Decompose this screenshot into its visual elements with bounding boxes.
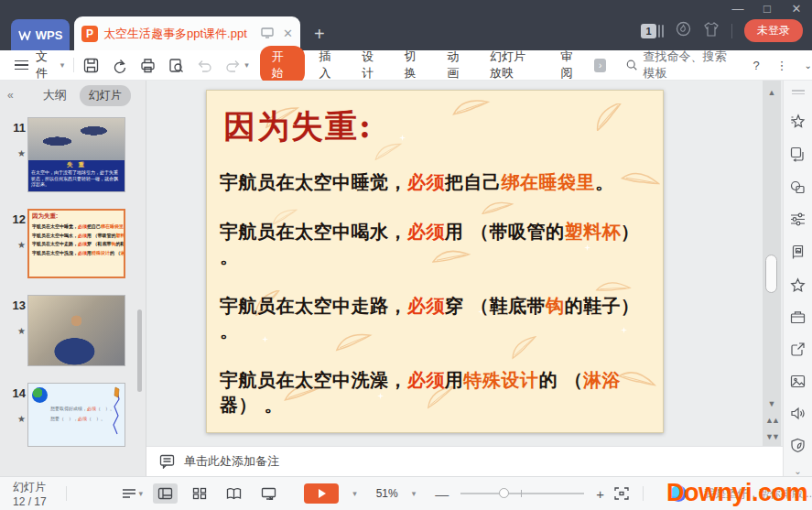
skin-theme-icon[interactable] <box>703 22 720 40</box>
view-show-button[interactable] <box>256 483 281 504</box>
ribbon-tabs: 插入 设计 切换 动画 幻灯片放映 审阅 <box>319 49 580 81</box>
scrollbar-thumb[interactable] <box>765 255 777 293</box>
window-controls: — □ ✕ <box>730 2 805 16</box>
qat-caret-icon[interactable]: ▾ <box>244 60 249 70</box>
zoom-slider[interactable] <box>460 487 584 500</box>
scroll-up-icon[interactable]: ▲ <box>763 88 781 97</box>
new-tab-button[interactable]: + <box>314 25 325 43</box>
tab-slides[interactable]: 幻灯片 <box>80 85 131 106</box>
switch-slides-icon[interactable] <box>790 146 806 162</box>
rail-drag-handle[interactable] <box>792 88 805 96</box>
scroll-down-icon[interactable]: ▼ <box>763 399 781 408</box>
menu-hamburger-icon[interactable] <box>15 60 28 71</box>
command-search[interactable]: 查找命令、搜索模板 <box>626 49 736 81</box>
slide-number: 14 <box>13 386 26 400</box>
shapes-icon[interactable] <box>790 179 806 195</box>
rail-more-chevron-icon[interactable]: ⌄ <box>794 466 801 476</box>
zoom-in-icon[interactable]: + <box>596 486 604 502</box>
print-icon[interactable] <box>140 58 156 73</box>
notes-placeholder: 单击此处添加备注 <box>184 453 279 470</box>
design-gallery-icon[interactable] <box>790 244 806 260</box>
open-documents-badge[interactable]: 1 <box>641 24 664 38</box>
export-icon[interactable] <box>112 58 127 73</box>
view-sorter-button[interactable] <box>188 483 211 504</box>
login-button[interactable]: 未登录 <box>744 19 803 42</box>
ribbon-tab-home[interactable]: 开始 <box>260 46 305 84</box>
thumb12-title: 因为失重: <box>32 212 121 221</box>
share-icon[interactable] <box>790 342 806 357</box>
zoom-slider-knob[interactable] <box>499 488 509 498</box>
view-normal-button[interactable] <box>153 483 178 504</box>
document-tab-title: 太空生活趣事多ppt课件.ppt <box>103 26 261 42</box>
print-preview-icon[interactable] <box>168 58 184 73</box>
animation-star-icon: ★ <box>5 326 26 336</box>
ribbon-tab-slideshow[interactable]: 幻灯片放映 <box>490 49 537 81</box>
panel-scrollbar-thumb[interactable] <box>137 309 142 392</box>
fit-slide-icon[interactable] <box>614 487 629 500</box>
previous-slide-icon[interactable]: ▲▲ <box>763 416 781 425</box>
wps-label: WPS <box>36 28 63 42</box>
close-icon[interactable]: ✕ <box>788 2 805 16</box>
zoom-out-icon[interactable]: — <box>435 486 449 502</box>
present-monitor-icon[interactable] <box>261 26 274 42</box>
file-menu[interactable]: 文件 <box>36 49 57 81</box>
slide-thumbnail-14[interactable]: 想要取得好成绩，必须（ ）。想要（ ），必须（ ）。 <box>27 383 125 447</box>
redo-icon[interactable] <box>225 59 241 72</box>
document-tab[interactable]: P 太空生活趣事多ppt课件.ppt ✕ <box>74 16 300 50</box>
file-menu-caret-icon[interactable]: ▾ <box>60 60 65 70</box>
slides-panel: « 大纲 幻灯片 11 ★ 失 重 在太空中，由于没有了地球引力，处于失重状态，… <box>0 81 146 476</box>
main-scrollbar: ▲ ▼ ▲▲ ▼▼ <box>763 81 781 446</box>
insert-image-icon[interactable] <box>790 374 806 389</box>
animation-star-icon: ★ <box>5 240 26 250</box>
slide-title: 因为失重: <box>223 105 663 148</box>
adjust-settings-icon[interactable] <box>790 212 806 227</box>
resource-box-icon[interactable] <box>790 310 806 325</box>
slide-number: 13 <box>13 298 26 312</box>
slide-counter: 幻灯片 12 / 17 <box>13 480 53 508</box>
member-benefits-icon[interactable] <box>676 21 691 40</box>
view-reading-button[interactable] <box>222 483 246 504</box>
collapse-ribbon-icon[interactable]: ⌄ <box>805 60 812 71</box>
minimize-icon[interactable]: — <box>730 2 746 16</box>
current-slide[interactable]: 因为失重: 宇航员在太空中睡觉，必须把自己绑在睡袋里。宇航员在太空中喝水，必须用… <box>206 90 664 433</box>
notes-toggle-icon[interactable]: ▾ <box>122 488 144 499</box>
next-slide-icon[interactable]: ▼▼ <box>763 432 781 441</box>
statusbar-divider <box>66 486 67 501</box>
play-slideshow-button[interactable] <box>304 483 339 504</box>
ribbon-tab-animation[interactable]: 动画 <box>447 49 466 81</box>
ribbon-tab-review[interactable]: 审阅 <box>561 49 580 81</box>
animation-star-icon: ★ <box>5 148 26 158</box>
play-options-caret-icon[interactable]: ▾ <box>352 489 357 498</box>
notes-bar[interactable]: 单击此处添加备注 <box>146 446 783 476</box>
slide-thumbnail-row-13: 13 ★ <box>0 295 146 368</box>
smart-beautify-icon[interactable] <box>790 114 806 129</box>
maximize-icon[interactable]: □ <box>759 2 775 16</box>
titlebar-divider <box>731 24 732 38</box>
collapse-panel-icon[interactable]: « <box>7 89 14 102</box>
zoom-caret-icon[interactable]: ▾ <box>412 489 417 498</box>
quick-access-toolbar <box>83 58 241 73</box>
slide-thumbnail-11[interactable]: 失 重 在太空中，由于没有了地球引力，处于失重状态，所以任何东西只要轻轻一碰，就… <box>27 117 125 192</box>
slide-number: 12 <box>13 212 26 226</box>
tab-outline[interactable]: 大纲 <box>43 87 67 103</box>
slide-thumbnail-12-selected[interactable]: 因为失重: 宇航员在太空中睡觉，必须把自己绑在睡袋里。宇航员在太空中喝水，必须用… <box>27 209 125 278</box>
ribbon-tab-design[interactable]: 设计 <box>362 49 381 81</box>
favorites-star-icon[interactable] <box>790 277 806 293</box>
more-tabs-button[interactable]: › <box>594 59 606 72</box>
ribbon-right-cluster: ? ⋮ ⌄ <box>752 59 812 72</box>
more-options-icon[interactable]: ⋮ <box>776 59 788 72</box>
ribbon-divider <box>73 58 74 72</box>
tab-close-icon[interactable]: ✕ <box>283 27 293 40</box>
zoom-level[interactable]: 51% <box>376 487 398 500</box>
notes-bubble-icon <box>159 454 175 469</box>
save-icon[interactable] <box>83 58 99 73</box>
undo-icon[interactable] <box>197 59 212 72</box>
ribbon-tab-transitions[interactable]: 切换 <box>405 49 424 81</box>
wps-home-tab[interactable]: WPS <box>11 19 70 50</box>
slide-number: 11 <box>13 121 26 135</box>
help-icon[interactable]: ? <box>752 59 759 72</box>
eco-leaf-icon[interactable] <box>790 438 806 453</box>
slide-thumbnail-13[interactable] <box>27 295 125 366</box>
audio-icon[interactable] <box>790 407 806 421</box>
ribbon-tab-insert[interactable]: 插入 <box>319 49 339 81</box>
